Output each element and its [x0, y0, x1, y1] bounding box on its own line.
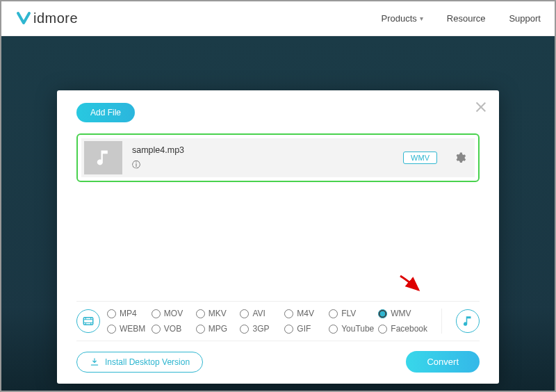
format-radio-mkv[interactable]	[196, 309, 205, 318]
install-desktop-label: Install Desktop Version	[105, 357, 190, 367]
install-desktop-button[interactable]: Install Desktop Version	[76, 352, 203, 373]
nav-support[interactable]: Support	[509, 13, 541, 24]
top-navbar: idmore Products ▾ Resource Support	[1, 1, 555, 36]
format-label: MOV	[164, 309, 183, 318]
file-row[interactable]: sample4.mp3 ⓘ WMV	[81, 138, 475, 177]
download-icon	[90, 357, 99, 367]
format-grid: MP4MOVMKVAVIM4VFLVWMVWEBMVOBMPG3GPGIFYou…	[107, 309, 427, 334]
format-radio-webm[interactable]	[107, 325, 116, 334]
format-option-webm[interactable]: WEBM	[107, 324, 147, 334]
format-label: VOB	[164, 324, 181, 334]
converter-modal: Add File sample4.mp3 ⓘ WMV	[57, 90, 499, 384]
format-label: MKV	[208, 309, 227, 318]
close-icon[interactable]	[474, 100, 488, 114]
add-file-button[interactable]: Add File	[76, 103, 135, 122]
brand-logo[interactable]: idmore	[15, 10, 78, 27]
format-radio-mp4[interactable]	[107, 309, 116, 318]
format-option-youtube[interactable]: YouTube	[329, 324, 374, 334]
annotation-arrow-icon	[398, 273, 425, 294]
format-label: 3GP	[252, 324, 269, 334]
format-radio-flv[interactable]	[329, 309, 338, 318]
format-radio-facebook[interactable]	[378, 325, 387, 334]
format-option-mpg[interactable]: MPG	[196, 324, 236, 334]
format-option-facebook[interactable]: Facebook	[378, 324, 427, 334]
format-radio-mov[interactable]	[152, 309, 161, 318]
convert-button[interactable]: Convert	[406, 351, 480, 373]
format-label: WEBM	[120, 324, 145, 334]
format-option-gif[interactable]: GIF	[284, 324, 325, 334]
file-row-highlight: sample4.mp3 ⓘ WMV	[76, 133, 480, 182]
brand-text: idmore	[33, 10, 78, 26]
format-radio-m4v[interactable]	[284, 309, 293, 318]
format-radio-avi[interactable]	[240, 309, 249, 318]
nav-resource-label: Resource	[447, 13, 486, 24]
format-option-avi[interactable]: AVI	[240, 309, 280, 318]
format-option-mp4[interactable]: MP4	[107, 309, 147, 318]
modal-body-spacer	[76, 182, 480, 301]
format-label: M4V	[297, 309, 314, 318]
audio-category-icon[interactable]	[456, 309, 480, 333]
format-radio-gif[interactable]	[284, 325, 293, 334]
gear-icon[interactable]	[454, 152, 466, 164]
selected-format-badge[interactable]: WMV	[403, 152, 437, 164]
nav-resource[interactable]: Resource	[447, 13, 486, 24]
format-radio-3gp[interactable]	[240, 325, 249, 334]
info-icon[interactable]: ⓘ	[132, 159, 142, 171]
format-radio-wmv[interactable]	[378, 309, 387, 318]
nav-menu: Products ▾ Resource Support	[382, 13, 541, 24]
file-meta: sample4.mp3 ⓘ	[132, 145, 393, 171]
file-name: sample4.mp3	[132, 145, 393, 155]
format-option-flv[interactable]: FLV	[329, 309, 374, 318]
format-option-m4v[interactable]: M4V	[284, 309, 325, 318]
format-option-mkv[interactable]: MKV	[196, 309, 236, 318]
format-label: MPG	[208, 324, 227, 334]
format-option-mov[interactable]: MOV	[152, 309, 192, 318]
logo-icon	[15, 10, 32, 27]
nav-products[interactable]: Products ▾	[382, 13, 423, 24]
format-panel: MP4MOVMKVAVIM4VFLVWMVWEBMVOBMPG3GPGIFYou…	[76, 301, 480, 341]
format-label: GIF	[297, 324, 311, 334]
format-label: MP4	[120, 309, 137, 318]
modal-footer: Install Desktop Version Convert	[76, 341, 480, 373]
format-label: YouTube	[341, 324, 374, 334]
chevron-down-icon: ▾	[420, 15, 423, 22]
format-label: WMV	[391, 309, 411, 318]
format-option-vob[interactable]: VOB	[152, 324, 192, 334]
format-option-wmv[interactable]: WMV	[378, 309, 427, 318]
audio-thumbnail-icon	[84, 141, 122, 174]
format-label: Facebook	[391, 324, 427, 334]
format-radio-youtube[interactable]	[329, 325, 338, 334]
nav-support-label: Support	[509, 13, 541, 24]
format-option-3gp[interactable]: 3GP	[240, 324, 280, 334]
svg-rect-0	[83, 318, 93, 325]
format-divider	[441, 309, 442, 334]
video-category-icon[interactable]	[76, 309, 100, 333]
format-label: AVI	[252, 309, 265, 318]
format-radio-mpg[interactable]	[196, 325, 205, 334]
nav-products-label: Products	[382, 13, 417, 24]
format-label: FLV	[341, 309, 356, 318]
format-radio-vob[interactable]	[152, 325, 161, 334]
